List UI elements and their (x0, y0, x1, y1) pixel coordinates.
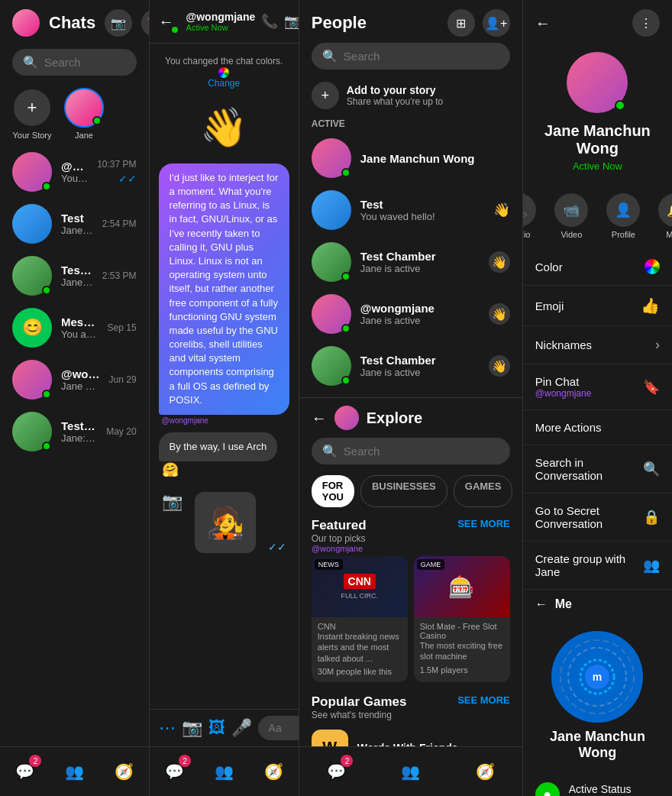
wave-button[interactable]: 👋 (489, 303, 510, 325)
audio-action-button[interactable]: 📞 Audio (523, 193, 537, 239)
wave-button[interactable]: 👋 (489, 251, 510, 273)
list-item[interactable]: Test Chamber Jane is active 👋 (299, 236, 522, 288)
people-add-icon[interactable]: 👤+ (483, 9, 510, 37)
audio-call-icon[interactable]: 📞 (261, 13, 278, 30)
active-dot (92, 116, 102, 125)
add-story-item[interactable]: + Add to your story Share what you're up… (299, 76, 522, 115)
camera-input-icon[interactable]: 📷 (182, 718, 202, 738)
people-search-bar[interactable]: 🔍 (312, 43, 510, 70)
emoji-menu-item[interactable]: Emoji 👍 (523, 286, 672, 326)
create-group-label: Create group with Jane (535, 552, 643, 578)
profile-action-button[interactable]: 👤 Profile (606, 193, 640, 239)
nav-chat-icon[interactable]: 💬 2 (9, 756, 40, 787)
see-more-button[interactable]: SEE MORE (457, 518, 510, 529)
list-item[interactable]: @wongmjane Jane voted for "1" in the pol… (0, 354, 149, 406)
profile-actions: 📞 Audio 📹 Video 👤 Profile 🔔 Mute (523, 184, 672, 248)
nav-explore-icon[interactable]: 🧭 (470, 756, 500, 787)
active-status-item[interactable]: ● Active Status On (523, 773, 672, 796)
search-conversation-label: Search in Conversation (535, 456, 643, 482)
nav-chat-icon[interactable]: 💬 2 (159, 756, 189, 787)
avatar (312, 242, 351, 282)
nav-people-icon[interactable]: 👥 (208, 756, 239, 787)
list-item[interactable]: @wongmjane Jane is active 👋 (299, 288, 522, 340)
list-item[interactable]: Test Chamber Jane is active 👋 (299, 340, 522, 392)
cnn-logo: CNN (344, 574, 376, 589)
nav-people-icon[interactable]: 👥 (396, 756, 426, 787)
sent-message-bubble: By the way, I use Arch (159, 432, 278, 461)
your-story-item[interactable]: + Your Story (12, 88, 52, 140)
see-more-games-button[interactable]: SEE MORE (457, 694, 510, 706)
card-tag: NEWS (315, 559, 343, 570)
explore-search-input[interactable] (344, 445, 499, 458)
search-conversation-menu-item[interactable]: Search in Conversation 🔍 (523, 445, 672, 493)
mute-action-button[interactable]: 🔔 Mute (658, 193, 672, 239)
pin-chat-menu-item[interactable]: Pin Chat @wongmjane 🔖 (523, 364, 672, 410)
tab-for-you[interactable]: FOR YOU (312, 475, 354, 507)
create-group-menu-item[interactable]: Create group with Jane 👥 (523, 542, 672, 590)
message-input[interactable] (258, 716, 299, 740)
list-item[interactable]: GAME 🎰 Slot Mate - Free Slot Casino The … (414, 556, 510, 682)
dots-icon[interactable]: ⋯ (159, 718, 176, 738)
jane-story-item[interactable]: Jane (64, 88, 104, 140)
mute-label: Mute (666, 230, 672, 239)
camera-icon[interactable]: 📷 (105, 9, 132, 37)
mic-input-icon[interactable]: 🎤 (231, 718, 252, 738)
list-item[interactable]: @wongmjane You: I'd just like to interje… (0, 146, 149, 198)
wave-emoji: 👋 (159, 99, 289, 156)
chats-header: Chats 📷 ✏️ (0, 0, 149, 46)
chats-search-input[interactable] (44, 56, 126, 69)
list-item[interactable]: W Words With Friends (312, 723, 510, 746)
explore-back-button[interactable]: ← (312, 409, 327, 427)
list-item[interactable]: Test You waved hello! 👋 (299, 184, 522, 236)
camera-in-chat-icon[interactable]: 📷 (162, 492, 183, 553)
list-item[interactable]: Jane Manchun Wong (299, 132, 522, 184)
video-call-icon[interactable]: 📷 (284, 13, 299, 30)
active-status-info: Active Status On (569, 783, 632, 796)
video-action-button[interactable]: 📹 Video (554, 193, 588, 239)
change-link[interactable]: Change (208, 78, 240, 89)
user-avatar[interactable] (12, 9, 40, 37)
nicknames-menu-item[interactable]: Nicknames › (523, 326, 672, 364)
person-info: Test Chamber Jane is active (360, 250, 480, 274)
person-sub: Jane is active (360, 315, 480, 326)
wave-button[interactable]: 👋 (489, 355, 510, 377)
nav-chat-icon[interactable]: 💬 2 (321, 756, 351, 787)
nav-people-icon[interactable]: 👥 (59, 756, 89, 787)
color-menu-item[interactable]: Color (523, 248, 672, 286)
nav-explore-icon[interactable]: 🧭 (108, 756, 139, 787)
more-actions-menu-item[interactable]: More Actions (523, 410, 672, 445)
card-tagline: FULL CIRC. (338, 592, 381, 600)
list-item[interactable]: Test Jane Manchun Wong sent an actio... … (0, 198, 149, 250)
list-item[interactable]: Test Chamber Jane Manchun Wong sent an a… (0, 250, 149, 302)
qr-code[interactable]: m (551, 631, 643, 723)
chat-preview: Jane Manchun Wong sent an actio... (61, 225, 93, 236)
people-search-input[interactable] (344, 50, 499, 63)
list-item[interactable]: sdf Jane is active 👋 (299, 392, 522, 397)
person-info: Test Chamber Jane is active (360, 354, 480, 378)
featured-section-title-area: Featured Our top picks @wongmjane (312, 518, 367, 553)
profile-avatar[interactable] (567, 52, 628, 113)
more-options-icon[interactable]: ⋮ (632, 9, 660, 37)
video-icon: 📹 (554, 193, 588, 227)
chats-search-bar[interactable]: 🔍 (12, 49, 137, 76)
photo-input-icon[interactable]: 🖼 (208, 718, 225, 738)
slot-emoji: 🎰 (448, 574, 475, 600)
add-story-avatar[interactable]: + (12, 88, 52, 128)
list-item[interactable]: Test Chamber Jane: 😀 May 20 (0, 406, 149, 458)
profile-back-button[interactable]: ← (535, 15, 551, 32)
compose-icon[interactable]: ✏️ (141, 9, 149, 37)
tab-games[interactable]: GAMES (454, 475, 513, 507)
tab-businesses[interactable]: BUSINESSES (360, 475, 447, 507)
jane-story-avatar[interactable] (64, 88, 104, 128)
explore-search-bar[interactable]: 🔍 (312, 438, 510, 464)
explore-title: Explore (367, 409, 422, 427)
color-circle-icon (645, 259, 660, 274)
secret-conversation-menu-item[interactable]: Go to Secret Conversation 🔒 (523, 493, 672, 542)
list-item[interactable]: 😊 Messenger Kids You agreed to have Mess… (0, 302, 149, 354)
nav-explore-icon[interactable]: 🧭 (258, 756, 289, 787)
list-item[interactable]: NEWS CNN FULL CIRC. CNN Instant breaking… (312, 556, 408, 682)
back-me-icon[interactable]: ← (535, 597, 548, 611)
avatar (12, 204, 52, 244)
active-dot (42, 182, 51, 191)
people-grid-icon[interactable]: ⊞ (447, 9, 475, 37)
